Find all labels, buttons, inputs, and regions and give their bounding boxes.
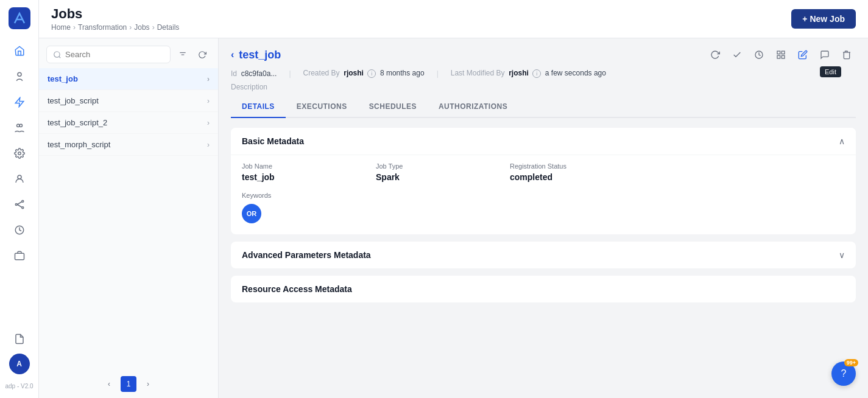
check-toolbar-icon[interactable] (728, 46, 746, 64)
main-area: Jobs Home › Transformation › Jobs › Deta… (39, 0, 868, 398)
svg-rect-22 (777, 55, 780, 58)
history-icon[interactable] (9, 219, 30, 241)
job-type-field: Job Type Spark (376, 162, 485, 182)
help-icon: ? (841, 368, 847, 379)
job-name-field: Job Name test_job (242, 162, 351, 182)
sidebar-pagination: ‹ 1 › (39, 370, 218, 398)
tab-schedules[interactable]: SCHEDULES (358, 96, 428, 118)
group-icon[interactable] (9, 117, 30, 139)
registration-status-label: Registration Status (510, 162, 619, 170)
created-by-user: rjoshi (344, 69, 364, 77)
chevron-right-icon: › (207, 141, 210, 149)
detail-meta: Id c8c9fa0a... | Created By rjoshi i 8 m… (231, 69, 856, 83)
connections-icon[interactable] (9, 194, 30, 215)
id-label: Id c8c9fa0a... (231, 69, 277, 78)
search-input-wrap (46, 46, 171, 63)
svg-marker-2 (15, 98, 24, 107)
sidebar-item-test-morph-script[interactable]: test_morph_script › (39, 134, 218, 156)
search-input[interactable] (65, 50, 164, 59)
clock-toolbar-icon[interactable] (750, 46, 768, 64)
page-title: Jobs (51, 6, 179, 22)
description-label: Description (231, 83, 856, 96)
job-type-label: Job Type (376, 162, 485, 170)
next-page-button[interactable]: › (140, 376, 156, 392)
edit-tooltip: Edit (820, 66, 841, 77)
keywords-label: Keywords (242, 192, 845, 199)
svg-line-10 (17, 202, 22, 205)
tab-executions[interactable]: EXECUTIONS (286, 96, 358, 118)
registration-status-value: completed (510, 172, 619, 182)
resource-access-header[interactable]: Resource Access Metadata (231, 276, 856, 302)
breadcrumb: Home › Transformation › Jobs › Details (51, 23, 179, 32)
detail-content: Basic Metadata ∧ Job Name test_job Job T… (219, 118, 868, 398)
bag-icon[interactable] (9, 245, 30, 267)
basic-metadata-title: Basic Metadata (242, 136, 304, 146)
new-job-button[interactable]: + New Job (791, 9, 856, 29)
job-name-value: test_job (242, 172, 351, 182)
created-by: Created By rjoshi i 8 months ago (303, 69, 425, 78)
user-single-icon[interactable] (9, 168, 30, 190)
sidebar-actions (174, 46, 211, 63)
back-arrow-icon[interactable]: ‹ (231, 49, 234, 60)
basic-metadata-chevron: ∧ (839, 136, 845, 146)
help-button[interactable]: ? 99+ (831, 361, 856, 386)
refresh-toolbar-icon[interactable] (706, 46, 724, 64)
sidebar-item-label: test_morph_script (48, 140, 110, 149)
tab-details[interactable]: DETAILS (231, 96, 286, 118)
id-value: c8c9fa0a... (241, 69, 277, 78)
page-1-button[interactable]: 1 (121, 376, 136, 392)
sidebar-list: test_job › test_job_script › test_job_sc… (39, 68, 218, 370)
modified-by-info-icon: i (532, 69, 541, 78)
tab-authorizations[interactable]: AUTHORIZATIONS (428, 96, 518, 118)
people-icon[interactable] (9, 66, 30, 88)
home-icon[interactable] (9, 40, 30, 62)
breadcrumb-jobs[interactable]: Jobs (134, 23, 149, 32)
sidebar-search-bar (39, 38, 218, 68)
advanced-parameters-section: Advanced Parameters Metadata ∨ (231, 242, 856, 268)
svg-line-15 (59, 56, 61, 58)
filter-icon[interactable] (174, 46, 191, 63)
keyword-badge: OR (242, 204, 261, 223)
basic-metadata-body: Job Name test_job Job Type Spark Registr… (231, 155, 856, 234)
edit-toolbar-button[interactable] (794, 46, 812, 64)
svg-point-14 (54, 51, 60, 57)
refresh-icon[interactable] (194, 46, 211, 63)
resource-access-section: Resource Access Metadata (231, 276, 856, 302)
svg-rect-23 (782, 55, 785, 58)
advanced-parameters-title: Advanced Parameters Metadata (242, 250, 371, 260)
sidebar-item-label: test_job_script_2 (48, 118, 107, 127)
modified-by: Last Modified By rjoshi i a few seconds … (451, 69, 606, 78)
svg-point-5 (18, 152, 21, 155)
breadcrumb-transformation[interactable]: Transformation (78, 23, 127, 32)
detail-title[interactable]: ‹ test_job (231, 49, 281, 61)
chevron-right-icon: › (207, 119, 210, 127)
detail-tabs: DETAILS EXECUTIONS SCHEDULES AUTHORIZATI… (231, 96, 856, 118)
basic-metadata-header[interactable]: Basic Metadata ∧ (231, 128, 856, 155)
advanced-parameters-header[interactable]: Advanced Parameters Metadata ∨ (231, 242, 856, 268)
app-version: adp - V2.0 (5, 380, 33, 391)
registration-status-field: Registration Status completed (510, 162, 619, 182)
help-badge: 99+ (844, 359, 858, 366)
detail-toolbar: Edit (706, 46, 856, 64)
comment-toolbar-icon[interactable] (816, 46, 834, 64)
resource-access-title: Resource Access Metadata (242, 284, 352, 294)
sidebar-item-test-job-script-2[interactable]: test_job_script_2 › (39, 112, 218, 134)
doc-icon[interactable] (9, 328, 30, 350)
chevron-right-icon: › (207, 75, 210, 83)
header-left: Jobs Home › Transformation › Jobs › Deta… (51, 6, 179, 32)
transform-icon[interactable] (9, 91, 30, 113)
prev-page-button[interactable]: ‹ (101, 376, 117, 392)
sidebar-item-test-job-script[interactable]: test_job_script › (39, 90, 218, 112)
breadcrumb-home[interactable]: Home (51, 23, 71, 32)
sidebar-item-test-job[interactable]: test_job › (39, 68, 218, 90)
user-avatar[interactable]: A (9, 354, 30, 374)
content-area: test_job › test_job_script › test_job_sc… (39, 38, 868, 398)
app-logo[interactable] (9, 7, 30, 29)
svg-rect-21 (782, 51, 785, 54)
svg-point-4 (19, 124, 23, 127)
settings-icon[interactable] (9, 142, 30, 164)
delete-toolbar-icon[interactable] (838, 46, 856, 64)
search-icon (53, 51, 62, 59)
grid-toolbar-icon[interactable] (772, 46, 790, 64)
detail-panel: ‹ test_job (219, 38, 868, 398)
